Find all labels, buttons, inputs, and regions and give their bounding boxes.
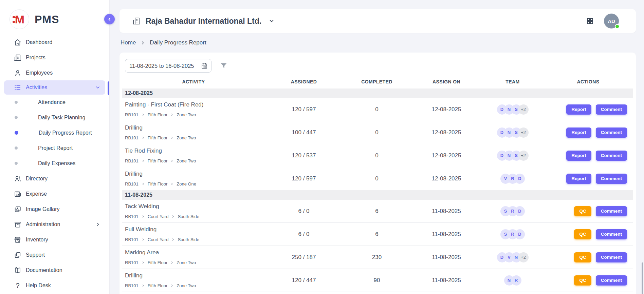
- chevron-right-icon: [141, 41, 145, 45]
- sidebar-subitem-daily-expenses[interactable]: Daily Expenses: [0, 156, 109, 171]
- comment-button[interactable]: Comment: [596, 229, 627, 239]
- sidebar-item-help-desk[interactable]: ?Help Desk: [0, 278, 109, 293]
- report-button[interactable]: Report: [566, 128, 591, 138]
- activity-location-path: RB101Fifth FloorZone Two: [125, 112, 265, 117]
- page: M PMS DashboardProjectsEmployeesActiviti…: [0, 0, 644, 294]
- company-selector[interactable]: Raja Bahadur International Ltd.: [132, 17, 275, 26]
- sidebar-subitem-daily-progress-report[interactable]: Daily Progress Report: [0, 125, 109, 140]
- chevron-down-icon: [269, 18, 275, 24]
- assigned-value: 100 / 447: [265, 129, 343, 136]
- sidebar-item-expense[interactable]: Expense: [0, 186, 109, 201]
- filter-funnel-icon[interactable]: [220, 62, 228, 70]
- sidebar-subitem-daily-task-planning[interactable]: Daily Task Planning: [0, 110, 109, 125]
- activity-cell: Full WeldingRB101Court YardSouth Side: [122, 223, 265, 246]
- chevron-right-icon: [142, 182, 145, 185]
- path-segment: RB101: [125, 283, 139, 288]
- bullet-dot-icon: [15, 101, 18, 104]
- sidebar-subitem-label: Daily Task Planning: [38, 115, 85, 121]
- comment-button[interactable]: Comment: [596, 151, 627, 161]
- qc-button[interactable]: QC: [574, 206, 591, 216]
- path-segment: Fifth Floor: [148, 112, 168, 117]
- book-icon: [14, 267, 21, 274]
- scrollbar-thumb[interactable]: [642, 262, 643, 294]
- chevron-right-icon: [170, 182, 173, 185]
- team-avatar[interactable]: D: [515, 229, 525, 239]
- sidebar-item-label: Dashboard: [26, 39, 52, 45]
- qc-button[interactable]: QC: [574, 252, 591, 262]
- path-segment: Zone Two: [177, 135, 196, 140]
- path-segment: Zone One: [177, 181, 196, 187]
- activity-row: Painting - First Coat (Fire Red)RB101Fif…: [122, 98, 633, 121]
- team-avatar[interactable]: D: [515, 206, 525, 216]
- report-button[interactable]: Report: [566, 174, 591, 184]
- sidebar-item-administration[interactable]: Administration: [0, 217, 109, 232]
- actions-cell: QCComment: [543, 252, 633, 262]
- sidebar-collapse-button[interactable]: [104, 14, 115, 24]
- sidebar-item-documentation[interactable]: Documentation: [0, 262, 109, 278]
- activity-location-path: RB101Court YardSouth Side: [125, 214, 265, 219]
- qc-button[interactable]: QC: [574, 229, 591, 239]
- sidebar-item-directory[interactable]: Directory: [0, 171, 109, 186]
- team-cell: DNS+2: [482, 151, 543, 161]
- sidebar-subitem-attendance[interactable]: Attendance: [0, 95, 109, 110]
- chevron-right-icon: [142, 284, 145, 287]
- sidebar-item-label: Support: [26, 252, 45, 258]
- comment-button[interactable]: Comment: [596, 104, 627, 115]
- team-more-badge[interactable]: +2: [518, 104, 529, 115]
- path-segment: Zone Two: [177, 158, 196, 163]
- user-avatar[interactable]: AD: [604, 14, 619, 28]
- assign-on-date: 11-08-2025: [411, 208, 482, 215]
- chevron-right-icon: [142, 136, 145, 139]
- team-avatar[interactable]: R: [511, 275, 521, 286]
- team-more-badge[interactable]: +2: [518, 252, 529, 262]
- chevron-right-icon: [95, 222, 100, 227]
- sidebar-item-employees[interactable]: Employees: [0, 65, 109, 80]
- breadcrumb-home[interactable]: Home: [121, 39, 136, 46]
- activity-name: Drilling: [125, 124, 265, 131]
- main-area: Raja Bahadur International Ltd. AD Home: [110, 0, 644, 294]
- actions-cell: ReportComment: [543, 104, 633, 115]
- sidebar-subitem-label: Daily Progress Report: [39, 130, 92, 136]
- assign-on-date: 12-08-2025: [411, 175, 482, 182]
- date-range-input[interactable]: [125, 59, 211, 73]
- team-avatar[interactable]: D: [515, 174, 525, 184]
- activity-cell: DrillingRB101Fifth FloorZone One: [122, 167, 265, 190]
- chevron-right-icon: [142, 261, 145, 264]
- comment-button[interactable]: Comment: [596, 174, 627, 184]
- path-segment: Fifth Floor: [148, 158, 168, 163]
- activity-row: Marking AreaRB101Fifth FloorZone Two250 …: [122, 246, 633, 269]
- sidebar-item-activities[interactable]: Activities: [4, 80, 105, 95]
- sidebar-item-image-gallary[interactable]: Image Gallary: [0, 201, 109, 217]
- chevron-right-icon: [142, 113, 145, 116]
- sidebar-item-dashboard[interactable]: Dashboard: [0, 35, 109, 50]
- actions-cell: QCComment: [543, 206, 633, 216]
- table-header: ACTIVITYASSIGNEDCOMPLETEDASSIGN ONTEAMAC…: [122, 75, 633, 89]
- app-title: PMS: [35, 13, 59, 26]
- team-more-badge[interactable]: +2: [518, 128, 529, 138]
- comment-button[interactable]: Comment: [596, 128, 627, 138]
- apps-grid-icon[interactable]: [586, 17, 594, 25]
- sidebar-item-label: Administration: [26, 221, 60, 228]
- app-logo[interactable]: M PMS: [0, 0, 109, 31]
- completed-value: 0: [343, 175, 411, 182]
- sidebar-subitem-project-report[interactable]: Project Report: [0, 140, 109, 156]
- sidebar-item-inventory[interactable]: Inventory: [0, 232, 109, 247]
- report-button[interactable]: Report: [566, 104, 591, 115]
- report-button[interactable]: Report: [566, 151, 591, 161]
- comment-button[interactable]: Comment: [596, 252, 627, 262]
- comment-button[interactable]: Comment: [596, 275, 627, 286]
- sidebar-item-label: Employees: [26, 70, 53, 76]
- sidebar-item-projects[interactable]: Projects: [0, 50, 109, 65]
- bullet-dot-icon: [15, 131, 18, 135]
- sidebar-item-support[interactable]: Support: [0, 247, 109, 262]
- path-segment: Court Yard: [148, 237, 169, 242]
- activity-name: Tack Welding: [125, 203, 265, 210]
- team-cell: NR: [482, 275, 543, 286]
- actions-cell: QCComment: [543, 275, 633, 286]
- team-more-badge[interactable]: +2: [518, 151, 529, 161]
- qc-button[interactable]: QC: [574, 275, 591, 286]
- comment-button[interactable]: Comment: [596, 206, 627, 216]
- column-header-actions: ACTIONS: [543, 79, 633, 84]
- activity-location-path: RB101Fifth FloorZone Two: [125, 158, 265, 163]
- date-group-row: 12-08-2025: [122, 89, 633, 98]
